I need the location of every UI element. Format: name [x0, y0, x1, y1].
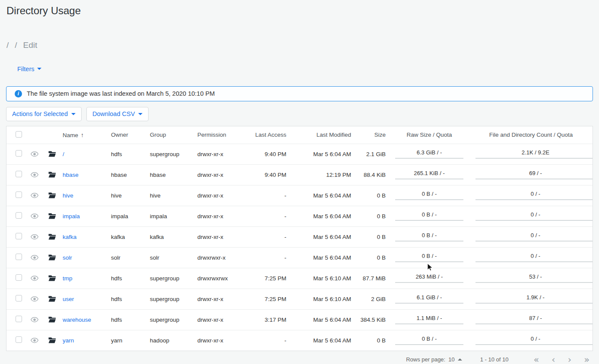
- group-cell: supergroup: [148, 151, 196, 157]
- row-checkbox[interactable]: [16, 295, 22, 301]
- rows-per-page-control[interactable]: Rows per page: 10: [406, 356, 462, 363]
- directory-name-link[interactable]: user: [63, 296, 74, 302]
- filters-label: Filters: [17, 66, 34, 72]
- owner-cell: hdfs: [109, 317, 148, 323]
- caret-up-icon: [458, 358, 462, 361]
- last-modified-cell: Mar 5 6:04 AM: [290, 213, 355, 220]
- row-checkbox[interactable]: [16, 336, 22, 343]
- last-page-icon[interactable]: »: [584, 355, 589, 364]
- row-checkbox[interactable]: [16, 171, 22, 177]
- page-title: Directory Usage: [0, 0, 599, 17]
- row-checkbox[interactable]: [16, 212, 22, 219]
- permission-cell: drwxr-xr-x: [196, 317, 248, 323]
- size-cell: 0 B: [355, 192, 389, 199]
- column-header-permission[interactable]: Permission: [196, 132, 248, 138]
- group-cell: hadoop: [148, 337, 196, 344]
- group-cell: hbase: [148, 172, 196, 178]
- preview-eye-icon[interactable]: [31, 193, 38, 198]
- directory-name-link[interactable]: tmp: [63, 275, 73, 282]
- raw-size-quota-cell: 0 B / -: [395, 336, 463, 345]
- preview-eye-icon[interactable]: [31, 234, 38, 240]
- directory-name-link[interactable]: hbase: [63, 172, 79, 178]
- owner-cell: hdfs: [109, 296, 148, 302]
- column-header-size[interactable]: Size: [355, 132, 389, 138]
- row-checkbox[interactable]: [16, 233, 22, 239]
- size-cell: 384.5 KiB: [355, 317, 389, 323]
- first-page-icon[interactable]: «: [533, 355, 539, 364]
- raw-size-quota-cell: 0 B / -: [395, 191, 463, 200]
- table-row: yarn yarn hadoop drwxr-xr-x - Mar 5 6:04…: [6, 330, 593, 351]
- column-header-name[interactable]: Name↑: [61, 132, 109, 138]
- column-header-count-quota[interactable]: File and Directory Count / Quota: [469, 132, 593, 138]
- previous-page-icon[interactable]: ‹: [551, 355, 555, 364]
- pagination-nav: « ‹ › »: [533, 355, 589, 364]
- folder-icon: [48, 151, 56, 157]
- preview-eye-icon[interactable]: [31, 255, 38, 260]
- last-access-cell: 7:25 PM: [248, 296, 290, 302]
- filters-toggle[interactable]: Filters: [17, 65, 41, 72]
- preview-eye-icon[interactable]: [31, 213, 38, 219]
- download-csv-label: Download CSV: [92, 110, 135, 117]
- table-row: hive hive hive drwxr-xr-x - Mar 5 6:04 A…: [6, 185, 593, 206]
- table-row: tmp hdfs supergroup drwxrwxrwx 7:25 PM M…: [6, 268, 593, 289]
- group-cell: supergroup: [148, 317, 196, 323]
- folder-icon: [48, 213, 56, 219]
- select-all-checkbox[interactable]: [16, 131, 22, 138]
- directory-name-link[interactable]: /: [63, 151, 64, 157]
- row-checkbox[interactable]: [16, 254, 22, 260]
- directory-name-link[interactable]: warehouse: [63, 317, 91, 323]
- raw-size-quota-cell: 0 B / -: [395, 253, 463, 262]
- last-access-cell: -: [248, 213, 290, 220]
- last-modified-cell: Mar 5 6:04 AM: [290, 192, 355, 199]
- permission-cell: drwxrwxr-x: [196, 254, 248, 261]
- breadcrumb-segment-edit[interactable]: Edit: [23, 41, 38, 50]
- column-header-raw-size-quota[interactable]: Raw Size / Quota: [389, 132, 469, 138]
- count-quota-cell: 69 / -: [475, 170, 593, 179]
- column-header-last-modified[interactable]: Last Modified: [290, 132, 355, 138]
- table-row: kafka kafka kafka drwxr-xr-x - Mar 5 6:0…: [6, 226, 593, 247]
- preview-eye-icon[interactable]: [31, 172, 38, 178]
- count-quota-cell: 2.1K / 9.2E: [475, 149, 593, 159]
- download-csv-button[interactable]: Download CSV: [86, 107, 149, 121]
- owner-cell: hbase: [109, 172, 148, 178]
- breadcrumb-segment-root[interactable]: /: [6, 41, 9, 50]
- preview-eye-icon[interactable]: [31, 296, 38, 302]
- column-header-group[interactable]: Group: [148, 132, 196, 138]
- folder-icon: [48, 192, 56, 198]
- table-header-row: Name↑ Owner Group Permission Last Access…: [6, 126, 593, 144]
- count-quota-cell: 0 / -: [475, 211, 593, 221]
- column-header-last-access[interactable]: Last Access: [248, 132, 290, 138]
- group-cell: supergroup: [148, 275, 196, 282]
- preview-eye-icon[interactable]: [31, 151, 38, 157]
- next-page-icon[interactable]: ›: [568, 355, 571, 364]
- preview-eye-icon[interactable]: [31, 338, 38, 343]
- raw-size-quota-cell: 263 MiB / -: [395, 273, 463, 283]
- count-quota-cell: 1.9K / -: [475, 294, 593, 304]
- group-cell: supergroup: [148, 296, 196, 302]
- row-checkbox[interactable]: [16, 274, 22, 281]
- last-modified-cell: Mar 5 6:04 AM: [290, 317, 355, 323]
- directory-name-link[interactable]: yarn: [63, 337, 74, 344]
- directory-name-link[interactable]: hive: [63, 192, 73, 199]
- last-access-cell: -: [248, 337, 290, 344]
- directory-name-link[interactable]: kafka: [63, 234, 76, 240]
- count-quota-cell: 0 / -: [475, 253, 593, 262]
- breadcrumb-segment-path[interactable]: /: [15, 41, 17, 50]
- folder-icon: [48, 296, 56, 302]
- last-access-cell: 9:40 PM: [248, 172, 290, 178]
- actions-for-selected-button[interactable]: Actions for Selected: [6, 107, 82, 121]
- preview-eye-icon[interactable]: [31, 276, 38, 281]
- raw-size-quota-cell: 0 B / -: [395, 211, 463, 221]
- last-modified-cell: Mar 5 6:10 AM: [290, 275, 355, 282]
- column-header-owner[interactable]: Owner: [109, 132, 148, 138]
- size-cell: 0 B: [355, 254, 389, 261]
- info-alert: i The file system image was last indexed…: [6, 86, 593, 101]
- preview-eye-icon[interactable]: [31, 317, 38, 323]
- directory-name-link[interactable]: solr: [63, 254, 72, 261]
- directory-name-link[interactable]: impala: [63, 213, 80, 220]
- row-checkbox[interactable]: [16, 316, 22, 322]
- row-checkbox[interactable]: [16, 150, 22, 157]
- size-cell: 0 B: [355, 213, 389, 220]
- owner-cell: hdfs: [109, 151, 148, 157]
- row-checkbox[interactable]: [16, 191, 22, 198]
